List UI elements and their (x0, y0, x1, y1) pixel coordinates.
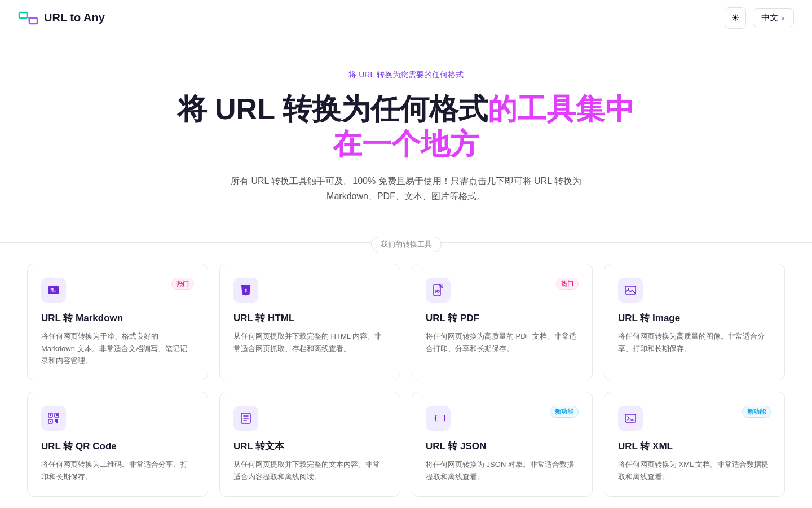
language-selector-button[interactable]: 中文 ∨ (753, 8, 794, 27)
badge-xml: 新功能 (742, 406, 771, 418)
card-desc-xml: 将任何网页转换为 XML 文档。非常适合数据提取和离线查看。 (618, 458, 771, 483)
icon-markdown: M↓ (41, 278, 66, 303)
card-html[interactable]: 5 URL 转 HTML 从任何网页提取并下载完整的 HTML 内容。非常适合网… (219, 264, 400, 380)
hero-title: 将 URL 转换为任何格式的工具集中在一个地方 (164, 91, 648, 162)
chevron-down-icon: ∨ (780, 14, 785, 22)
icon-json: { } (426, 406, 451, 431)
icon-qrcode (41, 406, 66, 431)
card-title-qrcode: URL 转 QR Code (41, 440, 194, 453)
cards-row-2: URL 转 QR Code 将任何网页转换为二维码。非常适合分享、打印和长期保存… (27, 392, 785, 497)
svg-rect-26 (625, 414, 636, 422)
svg-text:5: 5 (245, 288, 247, 293)
svg-rect-1 (29, 18, 37, 24)
card-header-html: 5 (233, 278, 386, 303)
logo-text: URL to Any (44, 11, 105, 24)
svg-rect-14 (56, 414, 58, 416)
hero-title-prefix: 将 URL 转换为任何格式 (178, 93, 488, 125)
logo-icon (18, 8, 38, 28)
svg-text:{ }: { } (434, 414, 445, 422)
lang-label: 中文 (761, 12, 778, 23)
svg-rect-9 (625, 286, 636, 294)
card-pdf[interactable]: 热门 URL 转 PDF 将任何网页转换为高质量的 PDF 文档。非常适合打印、… (412, 264, 593, 380)
header-right: ☀ 中文 ∨ (725, 7, 794, 29)
card-header-pdf: 热门 (426, 278, 579, 303)
card-image[interactable]: URL 转 Image 将任何网页转换为高质量的图像。非常适合分享、打印和长期保… (604, 264, 785, 380)
svg-rect-18 (56, 419, 58, 421)
card-desc-image: 将任何网页转换为高质量的图像。非常适合分享、打印和长期保存。 (618, 330, 771, 354)
card-title-xml: URL 转 XML (618, 440, 771, 453)
svg-rect-12 (50, 414, 51, 416)
card-title-text: URL 转文本 (233, 440, 386, 453)
card-header-xml: 新功能 (618, 406, 771, 431)
card-desc-json: 将任何网页转换为 JSON 对象。非常适合数据提取和离线查看。 (426, 458, 579, 483)
hero-section: 将 URL 转换为您需要的任何格式 将 URL 转换为任何格式的工具集中在一个地… (152, 36, 660, 226)
sun-icon: ☀ (731, 12, 739, 23)
svg-text:M↓: M↓ (51, 287, 57, 293)
theme-toggle-button[interactable]: ☀ (725, 7, 746, 29)
badge-markdown: 热门 (171, 278, 194, 290)
card-title-html: URL 转 HTML (233, 312, 386, 325)
svg-rect-17 (55, 419, 56, 421)
icon-pdf (426, 278, 451, 303)
card-header-json: { } 新功能 (426, 406, 579, 431)
card-desc-html: 从任何网页提取并下载完整的 HTML 内容。非常适合网页抓取、存档和离线查看。 (233, 330, 386, 354)
icon-text (233, 406, 258, 431)
card-xml[interactable]: 新功能 URL 转 XML 将任何网页转换为 XML 文档。非常适合数据提取和离… (604, 392, 785, 497)
header: URL to Any ☀ 中文 ∨ (0, 0, 812, 36)
svg-point-8 (437, 290, 439, 292)
card-title-json: URL 转 JSON (426, 440, 579, 453)
icon-image (618, 278, 643, 303)
card-title-markdown: URL 转 Markdown (41, 312, 194, 325)
svg-rect-19 (55, 421, 56, 422)
card-header-image (618, 278, 771, 303)
section-label: 我们的转换工具 (371, 237, 442, 252)
card-header-markdown: M↓ 热门 (41, 278, 194, 303)
icon-xml (618, 406, 643, 431)
badge-pdf: 热门 (556, 278, 579, 290)
svg-rect-16 (50, 421, 51, 422)
card-desc-qrcode: 将任何网页转换为二维码。非常适合分享、打印和长期保存。 (41, 458, 194, 483)
svg-rect-7 (439, 284, 443, 288)
card-qrcode[interactable]: URL 转 QR Code 将任何网页转换为二维码。非常适合分享、打印和长期保存… (27, 392, 208, 497)
card-desc-text: 从任何网页提取并下载完整的文本内容。非常适合内容提取和离线阅读。 (233, 458, 386, 483)
cards-row-1: M↓ 热门 URL 转 Markdown 将任何网页转换为干净、格式良好的 Ma… (27, 264, 785, 380)
section-label-wrapper: 我们的转换工具 (0, 226, 812, 258)
hero-desc: 所有 URL 转换工具触手可及。100% 免费且易于使用！只需点击几下即可将 U… (164, 173, 648, 204)
icon-html: 5 (233, 278, 258, 303)
svg-rect-20 (56, 421, 58, 423)
card-desc-pdf: 将任何网页转换为高质量的 PDF 文档。非常适合打印、分享和长期保存。 (426, 330, 579, 354)
card-desc-markdown: 将任何网页转换为干净、格式良好的 Markdown 文本。非常适合文档编写、笔记… (41, 330, 194, 366)
svg-rect-0 (19, 12, 27, 18)
card-title-pdf: URL 转 PDF (426, 312, 579, 325)
logo-area: URL to Any (18, 8, 105, 28)
card-markdown[interactable]: M↓ 热门 URL 转 Markdown 将任何网页转换为干净、格式良好的 Ma… (27, 264, 208, 380)
card-json[interactable]: { } 新功能 URL 转 JSON 将任何网页转换为 JSON 对象。非常适合… (412, 392, 593, 497)
card-header-text (233, 406, 386, 431)
card-title-image: URL 转 Image (618, 312, 771, 325)
card-header-qrcode (41, 406, 194, 431)
card-text[interactable]: URL 转文本 从任何网页提取并下载完整的文本内容。非常适合内容提取和离线阅读。 (219, 392, 400, 497)
cards-section: M↓ 热门 URL 转 Markdown 将任何网页转换为干净、格式良好的 Ma… (0, 258, 812, 508)
badge-json: 新功能 (550, 406, 579, 418)
hero-subtitle: 将 URL 转换为您需要的任何格式 (164, 70, 648, 80)
